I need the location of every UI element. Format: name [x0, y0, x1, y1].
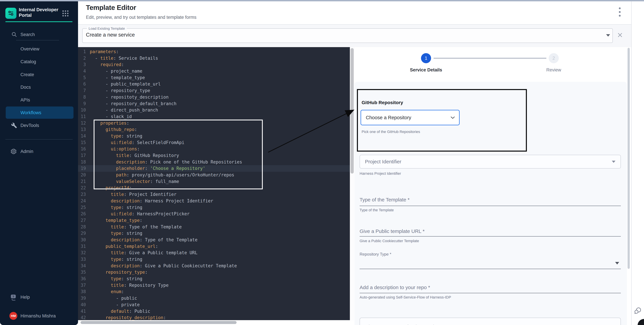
code-line[interactable]: 2 - title: Service Details	[78, 55, 350, 61]
repository-type-label: Repository Type *	[360, 252, 391, 257]
brand-logo-icon[interactable]	[5, 8, 16, 19]
project-identifier-helper: Harness Project Identifier	[360, 171, 401, 176]
code-line[interactable]: 31 public_template_url:	[78, 243, 350, 250]
panel-scrollbar-thumb[interactable]	[628, 48, 630, 269]
line-number: 11	[78, 113, 86, 120]
code-line[interactable]: 37 title: Repository Type	[78, 282, 350, 289]
sidebar-item-overview[interactable]: Overview	[20, 46, 40, 52]
owner-label: Choose an Owner for the Service	[365, 324, 440, 325]
sidebar-divider	[5, 139, 73, 140]
line-number: 30	[78, 237, 86, 243]
code-line[interactable]: 11 - slack_id	[78, 113, 350, 120]
code-line[interactable]: 26 ui:field: HarnessProjectPicker	[78, 211, 350, 217]
page-title: Template Editor	[86, 4, 136, 11]
line-number: 33	[78, 256, 86, 263]
stepper-step-1[interactable]: 1	[421, 53, 431, 63]
sidebar-item-catalog[interactable]: Catalog	[20, 59, 36, 64]
load-template-label: Load Existing Template	[87, 26, 127, 30]
apps-grid-icon[interactable]	[62, 10, 68, 16]
code-line[interactable]: 39 - public	[78, 295, 350, 302]
kebab-menu-icon[interactable]	[619, 7, 621, 18]
line-number: 20	[78, 172, 86, 178]
stepper-step-2[interactable]: 2	[549, 53, 559, 63]
line-number: 34	[78, 263, 86, 269]
code-line[interactable]: 8 - repositoty_description	[78, 94, 350, 100]
editor-vertical-scrollbar-thumb[interactable]	[350, 48, 354, 174]
code-line[interactable]: 24 description: Harness Project Identifi…	[78, 198, 350, 204]
code-line[interactable]: 40 - private	[78, 302, 350, 308]
code-line[interactable]: 5 - template_type	[78, 74, 350, 81]
line-number: 16	[78, 146, 86, 152]
search-icon	[12, 32, 17, 38]
chevron-down-icon[interactable]	[606, 34, 610, 36]
sidebar-item-docs[interactable]: Docs	[20, 84, 31, 90]
code-line[interactable]: 29 type: string	[78, 230, 350, 237]
line-number: 7	[78, 87, 86, 94]
project-identifier-select[interactable]: Project Identifier	[360, 155, 621, 169]
code-line[interactable]: 30 description: Type of the Template	[78, 237, 350, 243]
code-line[interactable]: 32 title: Give a Public template URL	[78, 250, 350, 256]
brand-title: Internal Developer Portal	[19, 7, 64, 18]
code-line[interactable]: 4 - project_name	[78, 68, 350, 74]
repository-type-select[interactable]	[360, 269, 621, 269]
wrench-icon	[11, 122, 17, 129]
code-line[interactable]: 35 repository_type:	[78, 269, 350, 276]
line-number: 12	[78, 120, 86, 126]
line-number: 1	[78, 48, 86, 55]
repo-description-input[interactable]	[360, 293, 621, 293]
code-line[interactable]: 27 template_type:	[78, 217, 350, 224]
code-line[interactable]: 1parameters:	[78, 48, 350, 55]
code-line[interactable]: 34 description: Give a Public Cookiecutt…	[78, 263, 350, 269]
sidebar-divider	[16, 40, 59, 40]
public-template-url-input[interactable]	[360, 236, 621, 237]
public-template-url-label: Give a Public template URL *	[360, 228, 424, 234]
line-number: 26	[78, 211, 86, 217]
code-line[interactable]: 42 repositoty_description:	[78, 315, 350, 320]
help-icon: ?	[10, 294, 17, 302]
code-line[interactable]: 25 type: string	[78, 204, 350, 211]
line-number: 31	[78, 243, 86, 250]
sidebar-item-workflows-label: Workflows	[20, 110, 41, 115]
sidebar-item-devtools[interactable]: DevTools	[20, 123, 39, 128]
template-type-input[interactable]	[360, 206, 621, 206]
close-icon[interactable]	[617, 32, 623, 38]
line-number: 18	[78, 159, 86, 165]
svg-text:?: ?	[12, 295, 14, 298]
sidebar-item-search[interactable]: Search	[20, 32, 35, 37]
sidebar-item-help[interactable]: Help	[20, 295, 30, 300]
code-line[interactable]: 33 type: string	[78, 256, 350, 263]
page-subtitle: Edit, preview, and try out templates and…	[86, 15, 196, 20]
code-line[interactable]: 3 required:	[78, 61, 350, 68]
line-number: 15	[78, 139, 86, 146]
line-number: 42	[78, 315, 86, 320]
stepper-step-2-number: 2	[552, 56, 555, 61]
code-line[interactable]: 9 - repository_default_branch	[78, 100, 350, 107]
code-line[interactable]: 28 title: Type of the Template	[78, 224, 350, 230]
chevron-down-icon[interactable]	[615, 262, 619, 265]
line-number: 28	[78, 224, 86, 230]
line-number: 8	[78, 94, 86, 100]
stepper-connector	[434, 58, 546, 58]
feedback-chat-icon[interactable]	[633, 306, 642, 316]
load-template-select[interactable]	[82, 28, 613, 43]
code-line[interactable]: 6 - public_template_url	[78, 81, 350, 87]
owner-select[interactable]: Choose an Owner for the Service	[360, 318, 621, 325]
template-editor-page: Internal Developer Portal Search Overvie…	[0, 0, 644, 325]
line-number: 25	[78, 204, 86, 211]
sidebar-item-create[interactable]: Create	[20, 72, 34, 77]
sidebar-item-admin[interactable]: Admin	[20, 149, 34, 154]
user-name[interactable]: Himanshu Mishra	[20, 313, 56, 319]
code-line[interactable]: 23 title: Project Identifier	[78, 191, 350, 198]
template-type-helper: Type of the Template	[360, 208, 394, 212]
avatar[interactable]: HM	[10, 312, 17, 320]
sidebar-item-apis[interactable]: APIs	[20, 97, 30, 103]
code-line[interactable]: 36 type: string	[78, 276, 350, 282]
code-line[interactable]: 38 enum:	[78, 289, 350, 295]
editor-horizontal-scrollbar-thumb[interactable]	[80, 321, 236, 324]
code-line[interactable]: 41 default: Public	[78, 308, 350, 315]
code-line[interactable]: 7 - repository_type	[78, 87, 350, 94]
code-line[interactable]: 10 - direct_push_branch	[78, 107, 350, 113]
sidebar-item-workflows[interactable]: Workflows	[6, 106, 74, 119]
gear-icon	[10, 148, 17, 155]
window-top-strip	[0, 0, 644, 1]
